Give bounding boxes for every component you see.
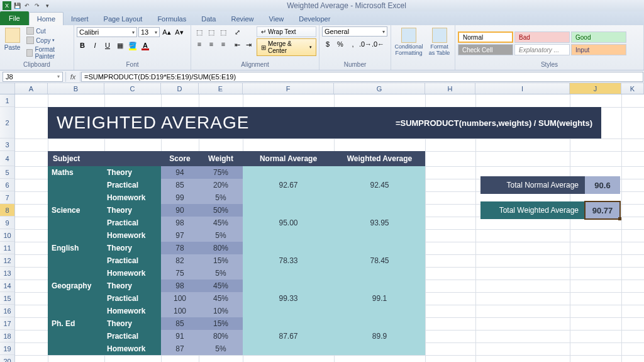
table-row[interactable]: Homework995% bbox=[48, 191, 425, 204]
table-row[interactable]: Homework975% bbox=[48, 229, 425, 242]
cell-weight[interactable]: 10% bbox=[199, 305, 243, 317]
style-explanatory[interactable]: Explanatory ... bbox=[514, 44, 570, 55]
row-header-3[interactable]: 3 bbox=[0, 139, 14, 151]
cell-weighted-avg[interactable] bbox=[334, 267, 425, 280]
cells-area[interactable]: WEIGHTED AVERAGE =SUMPRODUCT(numbers,wei… bbox=[15, 94, 644, 362]
save-icon[interactable]: 💾 bbox=[13, 1, 21, 10]
cell-weight[interactable]: 20% bbox=[199, 179, 243, 191]
cell-normal-avg[interactable] bbox=[243, 305, 334, 317]
row-header-6[interactable]: 6 bbox=[0, 179, 14, 191]
cell-normal-avg[interactable] bbox=[243, 191, 334, 204]
qat-more-icon[interactable]: ▾ bbox=[43, 1, 52, 10]
row-header-1[interactable]: 1 bbox=[0, 94, 14, 107]
align-right-button[interactable]: ≡ bbox=[218, 38, 229, 50]
row-header-8[interactable]: 8 bbox=[0, 204, 14, 217]
cell-weight[interactable]: 80% bbox=[199, 330, 243, 342]
style-check-cell[interactable]: Check Cell bbox=[458, 44, 513, 55]
cell-normal-avg[interactable] bbox=[243, 267, 334, 280]
tab-developer[interactable]: Developer bbox=[291, 13, 338, 25]
row-header-12[interactable]: 12 bbox=[0, 254, 14, 267]
col-header-B[interactable]: B bbox=[48, 83, 104, 94]
worksheet-grid[interactable]: 1234567891011121314151617181920 WEIGHTED… bbox=[0, 94, 644, 362]
table-row[interactable]: Homework10010% bbox=[48, 305, 425, 317]
cell-score[interactable]: 85 bbox=[161, 317, 199, 330]
row-header-20[interactable]: 20 bbox=[0, 355, 14, 362]
cell-weighted-avg[interactable] bbox=[334, 229, 425, 242]
table-row[interactable]: Practical8520%92.6792.45 bbox=[48, 179, 425, 191]
cell-normal-avg[interactable]: 87.67 bbox=[243, 330, 334, 342]
tab-data[interactable]: Data bbox=[194, 13, 223, 25]
table-row[interactable]: Practical10045%99.3399.1 bbox=[48, 292, 425, 305]
cell-weight[interactable]: 50% bbox=[199, 204, 243, 217]
cut-button[interactable]: Cut bbox=[25, 26, 71, 35]
cell-weight[interactable]: 45% bbox=[199, 280, 243, 292]
merge-center-button[interactable]: ⊞Merge & Center▾ bbox=[257, 38, 316, 56]
tab-home[interactable]: Home bbox=[29, 12, 64, 25]
row-header-2[interactable]: 2 bbox=[0, 107, 14, 139]
cell-weight[interactable]: 80% bbox=[199, 242, 243, 254]
format-painter-button[interactable]: Format Painter bbox=[25, 45, 71, 60]
cell-normal-avg[interactable]: 78.33 bbox=[243, 254, 334, 267]
decrease-decimal-button[interactable]: .0← bbox=[372, 38, 384, 50]
cell-score[interactable]: 94 bbox=[161, 166, 199, 179]
row-header-11[interactable]: 11 bbox=[0, 242, 14, 254]
cell-score[interactable]: 90 bbox=[161, 204, 199, 217]
tab-view[interactable]: View bbox=[262, 13, 292, 25]
row-header-16[interactable]: 16 bbox=[0, 305, 14, 317]
tab-page-layout[interactable]: Page Layout bbox=[96, 13, 150, 25]
cell-normal-avg[interactable] bbox=[243, 280, 334, 292]
border-button[interactable]: ▦ bbox=[114, 40, 126, 51]
tab-file[interactable]: File bbox=[0, 11, 29, 25]
comma-button[interactable]: , bbox=[347, 38, 358, 50]
cell-normal-avg[interactable] bbox=[243, 242, 334, 254]
row-header-13[interactable]: 13 bbox=[0, 267, 14, 280]
fx-icon[interactable]: fx bbox=[65, 72, 80, 82]
row-header-7[interactable]: 7 bbox=[0, 191, 14, 204]
grow-font-button[interactable]: A▴ bbox=[161, 26, 172, 38]
cell-weighted-avg[interactable]: 78.45 bbox=[334, 254, 425, 267]
increase-decimal-button[interactable]: .0→ bbox=[360, 38, 371, 50]
col-header-A[interactable]: A bbox=[15, 83, 48, 94]
cell-weighted-avg[interactable] bbox=[334, 166, 425, 179]
wrap-text-button[interactable]: ↵Wrap Text bbox=[257, 26, 316, 37]
align-top-button[interactable]: ⬚ bbox=[194, 26, 205, 38]
cell-weighted-avg[interactable] bbox=[334, 280, 425, 292]
cell-weight[interactable]: 5% bbox=[199, 229, 243, 242]
total-normal-value[interactable]: 90.6 bbox=[585, 176, 620, 194]
formula-input[interactable]: =SUMPRODUCT(D5:D19*E5:E19)/SUM(E5:E19) bbox=[81, 72, 643, 82]
col-header-K[interactable]: K bbox=[621, 83, 644, 94]
cell-weight[interactable]: 15% bbox=[199, 317, 243, 330]
cell-weight[interactable]: 5% bbox=[199, 342, 243, 355]
cell-weight[interactable]: 75% bbox=[199, 166, 243, 179]
font-size-combo[interactable]: 13▾ bbox=[138, 27, 160, 37]
copy-button[interactable]: Copy ▾ bbox=[25, 36, 71, 45]
tab-review[interactable]: Review bbox=[223, 13, 261, 25]
table-row[interactable]: EnglishTheory7880% bbox=[48, 242, 425, 254]
cell-score[interactable]: 78 bbox=[161, 242, 199, 254]
cell-weight[interactable]: 5% bbox=[199, 267, 243, 280]
cell-normal-avg[interactable] bbox=[243, 166, 334, 179]
row-header-9[interactable]: 9 bbox=[0, 217, 14, 229]
col-header-H[interactable]: H bbox=[425, 83, 475, 94]
orientation-button[interactable]: ⤢ bbox=[231, 26, 243, 38]
cell-score[interactable]: 91 bbox=[161, 330, 199, 342]
cell-normal-avg[interactable] bbox=[243, 204, 334, 217]
cell-score[interactable]: 98 bbox=[161, 280, 199, 292]
style-normal[interactable]: Normal bbox=[458, 31, 513, 43]
col-header-D[interactable]: D bbox=[161, 83, 199, 94]
row-header-19[interactable]: 19 bbox=[0, 342, 14, 355]
decrease-indent-button[interactable]: ⇤ bbox=[231, 39, 243, 50]
cell-score[interactable]: 100 bbox=[161, 305, 199, 317]
cell-score[interactable]: 97 bbox=[161, 229, 199, 242]
cell-weight[interactable]: 5% bbox=[199, 191, 243, 204]
bold-button[interactable]: B bbox=[77, 40, 88, 51]
shrink-font-button[interactable]: A▾ bbox=[174, 26, 185, 38]
cell-weighted-avg[interactable]: 92.45 bbox=[334, 179, 425, 191]
cell-weighted-avg[interactable] bbox=[334, 191, 425, 204]
percent-button[interactable]: % bbox=[335, 38, 346, 50]
underline-button[interactable]: U bbox=[102, 40, 113, 51]
table-row[interactable]: GeographyTheory9845% bbox=[48, 280, 425, 292]
table-row[interactable]: Practical9180%87.6789.9 bbox=[48, 330, 425, 342]
col-header-E[interactable]: E bbox=[199, 83, 243, 94]
col-header-F[interactable]: F bbox=[243, 83, 334, 94]
